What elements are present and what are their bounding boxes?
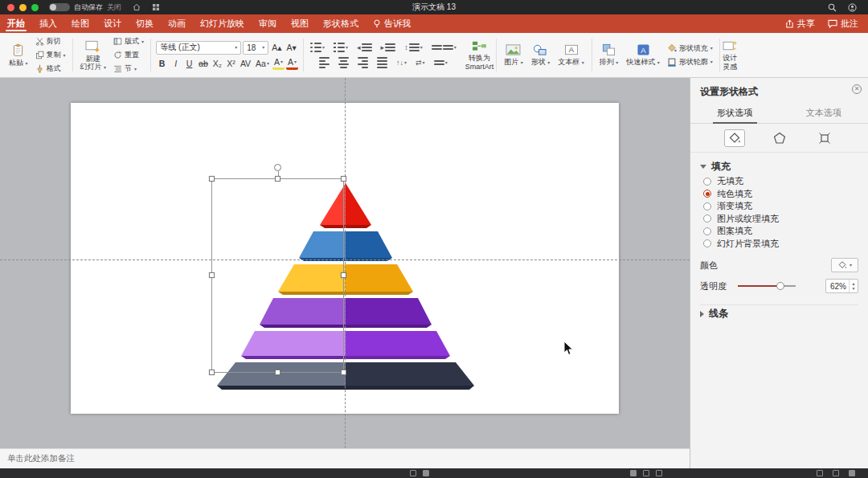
reading-view-icon[interactable] (656, 470, 662, 476)
font-size-select[interactable]: 18▾ (243, 41, 268, 55)
shape-fill-button[interactable]: 形状填充▾ (665, 43, 714, 55)
underline-button[interactable]: U (183, 57, 195, 70)
ribbon-tab-8[interactable]: 视图 (284, 14, 316, 33)
grid-icon[interactable] (152, 3, 160, 11)
align-right-button[interactable] (356, 56, 370, 69)
color-picker-button[interactable]: ▾ (831, 258, 858, 272)
ribbon-tab-6[interactable]: 幻灯片放映 (193, 14, 252, 33)
effects-icon[interactable] (769, 129, 790, 147)
numbered-list-button[interactable]: ▾ (332, 41, 350, 54)
notes-area[interactable]: 单击此处添加备注 (0, 448, 690, 468)
radio-icon[interactable] (703, 239, 711, 247)
subscript-button[interactable]: X₂ (211, 57, 223, 70)
transparency-spinner[interactable]: 62% ▲▼ (825, 279, 858, 293)
fill-line-icon[interactable] (724, 129, 745, 147)
reset-button[interactable]: 重置 (112, 49, 145, 61)
fill-option[interactable]: 幻灯片背景填充 (700, 238, 858, 251)
ribbon-tab-10[interactable]: 告诉我 (366, 14, 418, 33)
resize-handle[interactable] (341, 272, 346, 278)
rotate-text-button[interactable]: ⇄▾ (414, 56, 427, 69)
share-button[interactable]: 共享 (785, 18, 815, 30)
radio-icon[interactable] (703, 190, 711, 198)
italic-button[interactable]: I (170, 57, 182, 70)
radio-icon[interactable] (703, 202, 711, 210)
superscript-button[interactable]: X² (225, 57, 237, 70)
fill-option[interactable]: 渐变填充 (700, 200, 858, 213)
ribbon-tab-5[interactable]: 动画 (161, 14, 193, 33)
ribbon-tab-2[interactable]: 绘图 (64, 14, 96, 33)
cut-button[interactable]: 剪切 (34, 35, 68, 47)
convert-smartart-button[interactable]: 转换为SmartArt (463, 35, 497, 76)
ribbon-tab-4[interactable]: 切换 (129, 14, 161, 33)
resize-handle[interactable] (209, 176, 215, 182)
text-direction-button[interactable]: ↑↓▾ (395, 56, 408, 69)
decrease-indent-button[interactable]: ◂ (355, 41, 374, 54)
slider-knob[interactable] (776, 282, 784, 290)
ribbon-tab-7[interactable]: 审阅 (252, 14, 284, 33)
size-properties-icon[interactable] (814, 129, 835, 147)
close-window-button[interactable] (7, 4, 14, 11)
radio-icon[interactable] (703, 178, 711, 186)
quick-styles-button[interactable]: A 快速样式 ▾ (624, 42, 662, 67)
align-text-button[interactable]: ▾ (432, 56, 449, 69)
align-center-button[interactable] (337, 56, 350, 69)
font-name-select[interactable]: 等线 (正文)▾ (156, 41, 241, 55)
close-pane-icon[interactable]: ✕ (852, 84, 862, 94)
resize-handle[interactable] (341, 370, 346, 375)
radio-icon[interactable] (703, 214, 711, 223)
picture-button[interactable]: 图片 ▾ (502, 42, 526, 67)
strikethrough-button[interactable]: ab (197, 57, 210, 70)
increase-indent-button[interactable]: ▸ (379, 41, 398, 54)
ribbon-tab-0[interactable]: 开始 (0, 14, 32, 33)
bullet-list-button[interactable]: ▾ (309, 41, 326, 54)
ribbon-tab-3[interactable]: 设计 (96, 14, 129, 33)
paste-button[interactable]: 粘贴 ▾ (6, 42, 31, 68)
comments-button[interactable]: 批注 (828, 18, 858, 30)
arrange-button[interactable]: 排列 ▾ (597, 42, 621, 67)
fit-slide-icon[interactable] (833, 470, 839, 476)
line-spacing-button[interactable]: ↕▾ (403, 41, 424, 54)
copy-button[interactable]: 复制▾ (34, 49, 68, 61)
ribbon-tab-1[interactable]: 插入 (32, 14, 64, 33)
search-icon[interactable] (828, 3, 837, 12)
align-left-button[interactable] (317, 56, 331, 69)
fill-option[interactable]: 图案填充 (700, 225, 858, 238)
slide-sorter-view-icon[interactable] (643, 470, 649, 476)
font-color-button[interactable]: A▾ (286, 57, 298, 70)
radio-icon[interactable] (703, 227, 711, 235)
increase-font-button[interactable]: A▴ (270, 41, 283, 54)
shapes-button[interactable]: 形状 ▾ (529, 42, 553, 67)
decrease-font-button[interactable]: A▾ (285, 41, 298, 54)
character-spacing-button[interactable]: AV (239, 57, 252, 70)
shape-outline-button[interactable]: 形状轮廓▾ (665, 56, 714, 68)
bold-button[interactable]: B (156, 57, 168, 70)
change-case-button[interactable]: Aa▾ (254, 57, 271, 70)
home-icon[interactable] (133, 3, 141, 11)
autosave-toggle[interactable]: 自动保存 关闭 (49, 2, 121, 13)
resize-handle[interactable] (341, 176, 346, 182)
tab-text-options[interactable]: 文本选项 (780, 104, 868, 123)
new-slide-button[interactable]: 新建幻灯片 ▾ (78, 38, 109, 73)
zoom-icon[interactable] (849, 470, 855, 476)
design-ideas-button[interactable]: 设计灵感 (720, 35, 740, 76)
columns-button[interactable]: ▾ (430, 41, 458, 54)
ribbon-tab-9[interactable]: 形状格式 (316, 14, 366, 33)
resize-handle[interactable] (275, 176, 280, 182)
autosave-switch-icon[interactable] (49, 3, 70, 11)
tab-shape-options[interactable]: 形状选项 (690, 104, 780, 123)
account-avatar[interactable] (848, 3, 857, 12)
line-section-header[interactable]: 线条 (700, 304, 858, 322)
resize-handle[interactable] (209, 370, 215, 375)
textbox-button[interactable]: A 文本框 ▾ (555, 42, 587, 67)
zoom-window-button[interactable] (31, 4, 39, 11)
justify-button[interactable] (375, 56, 389, 69)
transparency-slider[interactable] (738, 280, 796, 292)
selection-box[interactable] (211, 178, 344, 373)
text-highlight-button[interactable]: A▾ (272, 57, 285, 70)
comments-toggle-icon[interactable] (423, 470, 429, 476)
section-button[interactable]: 节▾ (112, 63, 145, 75)
resize-handle[interactable] (209, 272, 215, 278)
slideshow-icon[interactable] (817, 470, 823, 476)
fill-option[interactable]: 无填充 (700, 175, 858, 188)
rotate-handle[interactable] (274, 164, 281, 171)
